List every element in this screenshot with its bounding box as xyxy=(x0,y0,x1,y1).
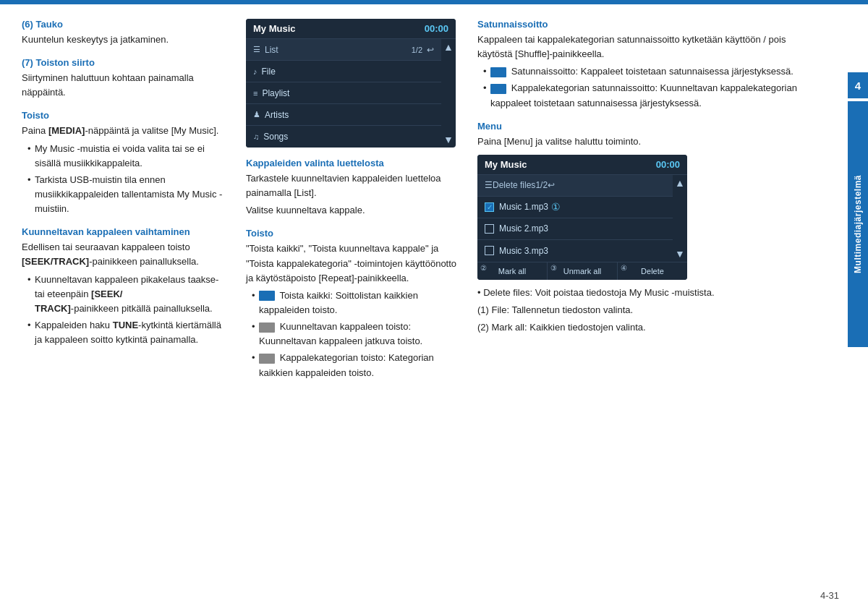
mid-column: My Music 00:00 ☰ List 1/2 ↩ ♪ File xyxy=(239,19,470,385)
playlist-icon: ≡ xyxy=(253,89,258,98)
bullet-sat-2: Kappalekategorian satunnaissoitto: Kuunn… xyxy=(485,81,821,110)
ui-screen1-header: My Music 00:00 xyxy=(246,19,456,39)
bullet-toisto-mid-1: Toista kaikki: Soittolistan kaikkien kap… xyxy=(253,289,463,317)
page-footer: 4-31 xyxy=(820,590,839,601)
checkbox-music3 xyxy=(485,246,494,255)
badge-music1: ① xyxy=(551,201,561,213)
text-kappaleiden-valinta-1: Tarkastele kuunneltavien kappaleiden lue… xyxy=(246,171,463,200)
repeat-category-icon xyxy=(259,354,275,364)
bullet-kv-1: Kuunneltavan kappaleen pikakelaus taakse… xyxy=(29,273,224,316)
bullet-toisto-2: Tarkista USB-muistin tila ennen musiikki… xyxy=(29,173,224,216)
ui-screen1-file: ♪ File xyxy=(246,61,441,82)
text-toiston-siirto: Siirtyminen haluttuun kohtaan painamalla… xyxy=(22,71,224,100)
bullet-sat-1: Satunnaissoitto: Kappaleet toistetaan sa… xyxy=(485,64,821,79)
text-toisto-mid-intro: "Toista kaikki", "Toista kuunneltava kap… xyxy=(246,242,463,285)
ui-screen1-list-header: ☰ List 1/2 ↩ xyxy=(246,39,441,61)
toisto-bullets: My Music -muistia ei voida valita tai se… xyxy=(29,142,224,217)
text-satunnaissoitto-intro: Kappaleen tai kappalekategorian satunnai… xyxy=(477,33,821,61)
text-menu-intro: Paina [Menu] ja valitse haluttu toiminto… xyxy=(477,134,821,149)
repeat-one-icon xyxy=(259,322,275,333)
menu-bullet-3: (2) Mark all: Kaikkien tiedostojen valin… xyxy=(477,320,821,335)
menu-bullet-1: • Delete files: Voit poistaa tiedostoja … xyxy=(477,286,821,300)
scroll-down-arrow-2: ▼ xyxy=(675,249,685,259)
songs-icon: ♫ xyxy=(253,132,259,141)
left-column: (6) Tauko Kuuntelun keskeytys ja jatkami… xyxy=(22,19,239,385)
ui-screen1-playlist: ≡ Playlist xyxy=(246,82,441,104)
mark-all-btn: ② Mark all xyxy=(477,262,548,280)
satunnaissoitto-bullets: Satunnaissoitto: Kappaleet toistetaan sa… xyxy=(485,64,821,110)
scroll-up-arrow-2: ▲ xyxy=(675,178,685,188)
ui-screen2-body: ☰ Delete files 1/2 ↩ ✓ Music 1.mp3 ① Mus… xyxy=(477,175,687,262)
ui-screen2-music3: Music 3.mp3 xyxy=(477,240,673,262)
ui-screen1-artists: ♟ Artists xyxy=(246,104,441,126)
heading-tauko: (6) Tauko xyxy=(22,19,224,30)
text-kappaleen-vaihto-intro: Edellisen tai seuraavan kappaleen toisto… xyxy=(22,240,224,269)
list-icon: ☰ xyxy=(253,45,260,54)
ui-screen2-header: My Music 00:00 xyxy=(477,155,687,175)
shuffle-category-icon xyxy=(490,84,506,94)
ui-screen1-songs: ♫ Songs xyxy=(246,126,441,148)
checkbox-music1: ✓ xyxy=(485,202,494,212)
toisto-mid-bullets: Toista kaikki: Soittolistan kaikkien kap… xyxy=(253,289,463,380)
heading-toiston-siirto: (7) Toiston siirto xyxy=(22,57,224,68)
checkbox-music2 xyxy=(485,224,494,234)
bullet-toisto-mid-3: Kappalekategorian toisto: Kategorian kai… xyxy=(253,351,463,380)
heading-kappaleen-vaihto: Kuunneltavan kappaleen vaihtaminen xyxy=(22,226,224,237)
side-tab: Multimediajärjestelmä xyxy=(848,101,868,347)
delete-list-icon: ☰ xyxy=(485,180,493,190)
bullet-toisto-1: My Music -muistia ei voida valita tai se… xyxy=(29,142,224,171)
ui-screen1-body: ☰ List 1/2 ↩ ♪ File ≡ Playlist ♟ xyxy=(246,39,456,148)
heading-toisto-left: Toisto xyxy=(22,110,224,121)
text-kappaleiden-valinta-2: Valitse kuunneltava kappale. xyxy=(246,203,463,218)
bullet-toisto-mid-2: Kuunneltavan kappaleen toisto: Kuunnelta… xyxy=(253,320,463,349)
right-column: Satunnaissoitto Kappaleen tai kappalekat… xyxy=(470,19,846,385)
scroll-down-arrow: ▼ xyxy=(443,134,454,145)
shuffle-icon xyxy=(490,67,506,77)
ui-screen-2: My Music 00:00 ☰ Delete files 1/2 ↩ ✓ Mu… xyxy=(477,155,687,280)
heading-toisto-mid: Toisto xyxy=(246,228,463,239)
kappaleen-vaihto-bullets: Kuunneltavan kappaleen pikakelaus taakse… xyxy=(29,273,224,348)
scroll-arrows: ▲ ▼ xyxy=(441,39,456,148)
artists-icon: ♟ xyxy=(253,110,260,119)
scroll-arrows-2: ▲ ▼ xyxy=(673,175,687,262)
heading-satunnaissoitto: Satunnaissoitto xyxy=(477,19,821,30)
side-number: 4 xyxy=(848,72,868,98)
unmark-all-btn: ③ Unmark all xyxy=(548,262,618,280)
heading-kappaleiden-valinta: Kappaleiden valinta luettelosta xyxy=(246,158,463,168)
text-tauko: Kuuntelun keskeytys ja jatkaminen. xyxy=(22,33,224,47)
ui-screen2-music1: ✓ Music 1.mp3 ① xyxy=(477,197,673,218)
file-icon: ♪ xyxy=(253,67,258,76)
text-toisto-intro: Paina [MEDIA]-näppäintä ja valitse [My M… xyxy=(22,124,224,138)
ui-screen2-music2: Music 2.mp3 xyxy=(477,218,673,240)
menu-bullets: • Delete files: Voit poistaa tiedostoja … xyxy=(477,286,821,335)
menu-bullet-2: (1) File: Tallennetun tiedoston valinta. xyxy=(477,303,821,317)
ui-screen2-bottom-bar: ② Mark all ③ Unmark all ④ Delete xyxy=(477,262,687,280)
repeat-all-icon xyxy=(259,291,275,301)
ui-screen2-delete-header: ☰ Delete files 1/2 ↩ xyxy=(477,175,673,197)
heading-menu: Menu xyxy=(477,121,821,132)
bullet-kv-2: Kappaleiden haku TUNE-kytkintä kiertämäl… xyxy=(29,318,224,347)
scroll-up-arrow: ▲ xyxy=(443,42,454,52)
delete-btn: ④ Delete xyxy=(618,262,687,280)
ui-screen-1: My Music 00:00 ☰ List 1/2 ↩ ♪ File xyxy=(246,19,456,148)
